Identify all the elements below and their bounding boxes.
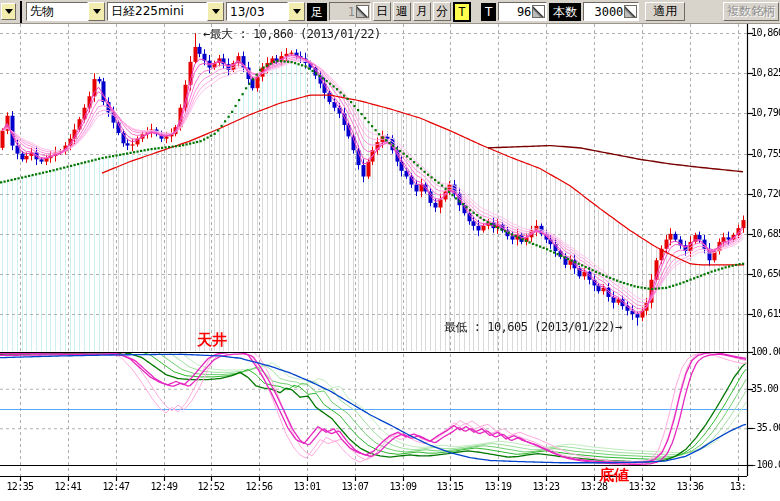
dropdown-arrow-icon [5, 9, 13, 14]
spinner-icon[interactable] [532, 5, 545, 18]
dropdown-arrow-icon [93, 9, 101, 14]
ticks-per-bar-field [498, 2, 547, 21]
market-select[interactable]: 先物 [26, 2, 105, 21]
dropdown-arrow-icon [293, 9, 301, 14]
chart-application-window: 先物 日経225mini 13/03 足 日 週 月 分 T T 本数 [0, 0, 780, 501]
market-select-value: 先物 [26, 2, 88, 21]
period-tick-button[interactable]: T [453, 2, 471, 22]
contract-month-select[interactable]: 13/03 [226, 2, 305, 21]
ticks-per-bar-input[interactable] [500, 5, 532, 19]
period-minute-button[interactable]: 分 [433, 2, 451, 21]
multi-symbol-button[interactable]: 複数銘柄 [723, 2, 779, 21]
bar-count-tag: 本数 [549, 3, 581, 21]
toolbar: 先物 日経225mini 13/03 足 日 週 月 分 T T 本数 [0, 0, 780, 24]
contract-month-arrow-button[interactable] [288, 2, 305, 21]
period-week-button[interactable]: 週 [393, 2, 411, 21]
left-dropdown-button[interactable] [1, 3, 16, 20]
bar-count-input[interactable] [585, 5, 624, 19]
interval-field [329, 2, 371, 21]
symbol-select[interactable]: 日経225mini [107, 2, 224, 21]
period-month-button[interactable]: 月 [413, 2, 431, 21]
symbol-select-arrow-button[interactable] [207, 2, 224, 21]
contract-month-value: 13/03 [226, 2, 288, 21]
period-day-button[interactable]: 日 [373, 2, 391, 21]
dropdown-arrow-icon [212, 9, 220, 14]
market-select-arrow-button[interactable] [88, 2, 105, 21]
ashi-tag: 足 [307, 3, 327, 21]
spinner-icon[interactable] [356, 5, 369, 18]
price-chart-canvas[interactable] [0, 0, 780, 501]
bar-count-field [583, 2, 639, 21]
interval-input[interactable] [331, 5, 356, 19]
tick-tag: T [481, 3, 496, 21]
symbol-select-value: 日経225mini [107, 2, 207, 21]
apply-button[interactable]: 適用 [645, 2, 685, 21]
spinner-icon[interactable] [624, 5, 637, 18]
toolbar-divider [20, 1, 22, 23]
